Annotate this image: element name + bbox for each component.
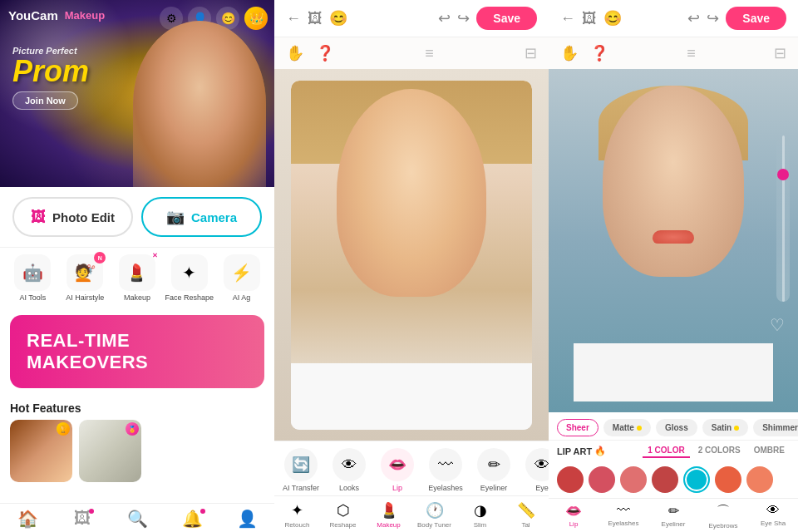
- lip-tab-ombre[interactable]: OMBRE: [749, 444, 790, 458]
- face-icon[interactable]: 😊: [329, 9, 347, 27]
- camera-button[interactable]: 📷 Camera: [141, 197, 262, 237]
- right-redo-icon[interactable]: ↪: [707, 9, 719, 27]
- rbnav-eye-sha[interactable]: 👁 Eye Sha: [748, 503, 798, 530]
- rbnav-eye-sha-icon: 👁: [766, 503, 780, 518]
- right-header-right: ↩ ↪ Save: [687, 7, 786, 30]
- heart-button[interactable]: ♡: [765, 313, 790, 337]
- hand-tool-icon[interactable]: ✋: [286, 44, 304, 62]
- tool-lip[interactable]: 👄 Lip: [376, 448, 419, 492]
- photo-edit-button[interactable]: 🖼 Photo Edit: [12, 197, 133, 237]
- middle-bottom-tools: 🔄 AI Transfer 👁 Looks 👄 Lip 〰 Eyelashes …: [274, 441, 549, 532]
- lip-tab-2colors[interactable]: 2 COLORS: [693, 444, 746, 458]
- photo-edit-label: Photo Edit: [52, 210, 115, 224]
- promo-banner[interactable]: YouCam Makeup ⚙ 👤 😊 👑 Picture Perfect Pr…: [0, 0, 274, 187]
- portrait-shirt: [291, 363, 532, 430]
- crown-icon[interactable]: 👑: [244, 7, 268, 30]
- banner-girl-image: [133, 21, 266, 187]
- feature-ai-tools[interactable]: 🤖 AI Tools: [8, 254, 57, 302]
- middle-save-button[interactable]: Save: [476, 7, 537, 30]
- middle-panel: ← 🖼 😊 ↩ ↪ Save ✋ ❓ ≡ ⊟ 🔄 AI Transfer: [274, 0, 549, 532]
- nav-profile[interactable]: 👤: [219, 509, 274, 529]
- rbnav-eyebrows[interactable]: ⌒ Eyebrows: [698, 503, 748, 530]
- right-shirt: [574, 343, 773, 401]
- color-swatch-3[interactable]: [620, 466, 647, 493]
- right-list-icon[interactable]: ≡: [687, 45, 696, 62]
- cta-banner[interactable]: REAL-TIME MAKEOVERS: [10, 315, 264, 388]
- nav-gallery[interactable]: 🖼: [55, 509, 110, 529]
- nav-home[interactable]: 🏠: [0, 509, 55, 529]
- makeup-icon-box: 💄 ✕: [119, 254, 155, 291]
- bnav-tal[interactable]: 📏 Tal: [503, 501, 549, 529]
- nav-search[interactable]: 🔍: [110, 509, 165, 529]
- eyeliner-label: Eyeliner: [480, 484, 508, 492]
- face-reshape-icon-box: ✦: [171, 254, 208, 291]
- tool-eye[interactable]: 👁 Eye: [520, 448, 549, 492]
- bnav-retouch[interactable]: ✦ Retouch: [274, 501, 320, 529]
- feature-makeup[interactable]: 💄 ✕ Makeup: [113, 254, 162, 302]
- makeup-feature-icon: 💄: [126, 263, 147, 283]
- rbnav-lip[interactable]: 👄 Lip: [549, 503, 598, 530]
- rbnav-lip-icon: 👄: [565, 503, 582, 519]
- face-reshape-icon: ✦: [182, 263, 196, 283]
- finish-sheer-button[interactable]: Sheer: [557, 419, 598, 436]
- color-swatch-5-selected[interactable]: [683, 466, 710, 493]
- ai-hairstyle-icon: 💇: [75, 263, 96, 283]
- right-undo-icon[interactable]: ↩: [687, 9, 700, 27]
- redo-icon[interactable]: ↪: [457, 9, 470, 27]
- right-portrait-icon[interactable]: 🖼: [582, 10, 597, 27]
- compare-icon[interactable]: ⊟: [525, 44, 537, 62]
- feature-ai-ag[interactable]: ⚡ AI Ag: [217, 254, 266, 302]
- right-back-arrow-icon[interactable]: ←: [560, 10, 575, 27]
- bottom-navigation: 🏠 🖼 🔍 🔔 👤: [0, 503, 274, 532]
- color-swatch-7[interactable]: [746, 466, 773, 493]
- right-save-button[interactable]: Save: [726, 7, 786, 30]
- lip-art-row: LIP ART 🔥 1 COLOR 2 COLORS OMBRE: [549, 440, 798, 461]
- right-compare-icon[interactable]: ⊟: [774, 44, 786, 62]
- join-now-button[interactable]: Join Now: [12, 91, 78, 110]
- finish-shimmer-button[interactable]: Shimmer: [753, 419, 798, 436]
- mode-buttons-row: 🖼 Photo Edit 📷 Camera: [0, 187, 274, 247]
- slider-thumb[interactable]: [777, 169, 789, 180]
- finish-matte-button[interactable]: Matte: [603, 419, 651, 436]
- rbnav-eyelashes[interactable]: 〰 Eyelashes: [598, 503, 648, 530]
- back-arrow-icon[interactable]: ←: [286, 10, 301, 27]
- lip-tab-1color[interactable]: 1 COLOR: [643, 444, 689, 458]
- trophy-badge: 🏆: [57, 422, 70, 436]
- right-question-icon[interactable]: ❓: [590, 44, 608, 62]
- portrait-icon[interactable]: 🖼: [308, 10, 323, 27]
- hot-feature-item-2[interactable]: 🏅: [79, 420, 141, 482]
- logo-makeup: Makeup: [65, 9, 105, 22]
- hot-feature-item-1[interactable]: 🏆: [10, 420, 72, 482]
- undo-icon[interactable]: ↩: [438, 9, 451, 27]
- feature-ai-hairstyle[interactable]: 💇 N AI Hairstyle: [61, 254, 110, 302]
- color-swatch-2[interactable]: [589, 466, 615, 493]
- feature-face-reshape[interactable]: ✦ Face Reshape: [165, 254, 214, 302]
- bnav-makeup[interactable]: 💄 Makeup: [366, 501, 411, 529]
- nav-bell[interactable]: 🔔: [165, 509, 219, 529]
- question-icon[interactable]: ❓: [316, 44, 334, 62]
- bnav-reshape[interactable]: ⬡ Reshape: [320, 501, 366, 529]
- ai-tools-icon-box: 🤖: [14, 254, 51, 291]
- color-swatch-6[interactable]: [715, 466, 741, 493]
- camera-label: Camera: [191, 210, 237, 224]
- finish-satin-button[interactable]: Satin: [702, 419, 748, 436]
- bnav-slim[interactable]: ◑ Slim: [457, 501, 503, 529]
- eyelashes-icon-box: 〰: [429, 448, 462, 481]
- list-icon[interactable]: ≡: [425, 45, 434, 62]
- finish-gloss-button[interactable]: Gloss: [656, 419, 697, 436]
- right-face-icon[interactable]: 😊: [603, 9, 622, 27]
- bnav-body-tuner[interactable]: 🕐 Body Tuner: [411, 501, 457, 529]
- tool-eyeliner[interactable]: ✏ Eyeliner: [472, 448, 515, 492]
- intensity-slider[interactable]: [776, 135, 790, 302]
- tool-eyelashes[interactable]: 〰 Eyelashes: [424, 448, 467, 492]
- color-swatch-4[interactable]: [652, 466, 678, 493]
- ai-ag-label: AI Ag: [233, 293, 251, 302]
- tool-looks[interactable]: 👁 Looks: [328, 448, 371, 492]
- search-icon: 🔍: [127, 509, 148, 529]
- rbnav-eyeliner[interactable]: ✏ Eyeliner: [648, 503, 698, 530]
- ai-tools-icon: 🤖: [22, 263, 43, 283]
- slim-label: Slim: [474, 521, 487, 529]
- tool-ai-transfer[interactable]: 🔄 AI Transfer: [279, 448, 323, 492]
- color-swatch-1[interactable]: [557, 466, 584, 493]
- right-hand-tool-icon[interactable]: ✋: [560, 44, 579, 62]
